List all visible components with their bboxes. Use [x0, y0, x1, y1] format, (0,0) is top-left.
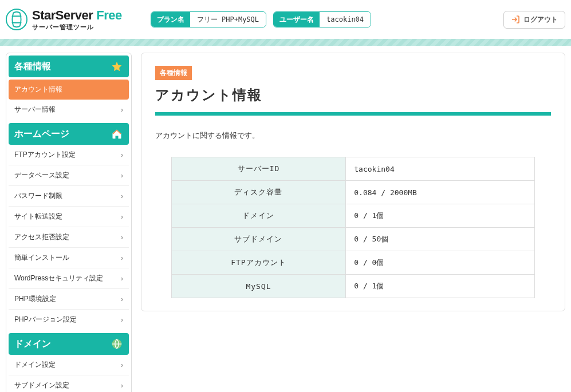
- sidebar-item-label: データベース設定: [14, 171, 69, 180]
- sidebar-section-homepage: ホームページ: [9, 123, 129, 145]
- chevron-right-icon: ›: [121, 172, 123, 180]
- row-value: 0.084 / 2000MB: [346, 181, 535, 204]
- category-badge: 各種情報: [155, 66, 192, 80]
- sidebar-item-label: ドメイン設定: [14, 360, 56, 370]
- table-row: サブドメイン0 / 50個: [171, 228, 535, 251]
- sidebar-item-label: パスワード制限: [14, 191, 62, 201]
- sidebar-item-label: WordPressセキュリティ設定: [14, 274, 103, 283]
- sidebar-item[interactable]: PHPバージョン設定›: [9, 310, 129, 330]
- sidebar-item-label: サーバー情報: [14, 105, 56, 114]
- chevron-right-icon: ›: [121, 382, 123, 390]
- sidebar-section-domain: ドメイン: [9, 333, 129, 355]
- title-underline: [155, 112, 551, 116]
- sidebar-item[interactable]: 簡単インストール›: [9, 248, 129, 268]
- header-pills: プラン名 フリー PHP+MySQL ユーザー名 tacokin04: [151, 11, 371, 27]
- table-row: サーバーIDtacokin04: [171, 157, 535, 181]
- sidebar: 各種情報 アカウント情報›サーバー情報› ホームページ FTPアカウント設定›デ…: [6, 53, 132, 392]
- sidebar-item[interactable]: WordPressセキュリティ設定›: [9, 268, 129, 289]
- row-value: 0 / 1個: [346, 204, 535, 228]
- sidebar-item-label: サブドメイン設定: [14, 381, 69, 390]
- logout-button[interactable]: ログアウト: [503, 11, 565, 29]
- row-key: MySQL: [171, 275, 346, 298]
- sidebar-item[interactable]: パスワード制限›: [9, 186, 129, 207]
- sidebar-item-label: 簡単インストール: [14, 253, 69, 263]
- star-icon: [111, 60, 123, 73]
- sidebar-item-label: FTPアカウント設定: [14, 150, 76, 160]
- chevron-right-icon: ›: [121, 254, 123, 262]
- sidebar-item[interactable]: アクセス拒否設定›: [9, 227, 129, 248]
- plan-value: フリー PHP+MySQL: [190, 12, 266, 27]
- row-key: サブドメイン: [171, 228, 346, 251]
- globe-icon: [111, 338, 123, 350]
- chevron-right-icon: ›: [121, 295, 123, 303]
- user-value: tacokin04: [320, 12, 371, 27]
- logo[interactable]: StarServer Free サーバー管理ツール: [6, 9, 122, 30]
- sidebar-item[interactable]: サブドメイン設定›: [9, 375, 129, 392]
- section-title: ホームページ: [14, 128, 69, 140]
- sidebar-item-label: アカウント情報: [14, 85, 62, 94]
- chevron-right-icon: ›: [121, 106, 123, 114]
- sidebar-item[interactable]: PHP環境設定›: [9, 289, 129, 310]
- chevron-right-icon: ›: [121, 213, 123, 221]
- header-stripe: [0, 39, 571, 46]
- chevron-right-icon: ›: [121, 361, 123, 369]
- brand-suffix: Free: [96, 9, 121, 22]
- page-description: アカウントに関する情報です。: [155, 130, 551, 141]
- plan-pill: プラン名 フリー PHP+MySQL: [151, 11, 266, 27]
- row-key: FTPアカウント: [171, 251, 346, 275]
- row-value: 0 / 50個: [346, 228, 535, 251]
- section-title: 各種情報: [14, 61, 51, 73]
- sidebar-item[interactable]: ドメイン設定›: [9, 355, 129, 375]
- row-value: 0 / 1個: [346, 275, 535, 298]
- chevron-right-icon: ›: [121, 275, 123, 283]
- sidebar-item[interactable]: FTPアカウント設定›: [9, 145, 129, 165]
- row-value: tacokin04: [346, 157, 535, 181]
- table-row: ディスク容量0.084 / 2000MB: [171, 181, 535, 204]
- row-key: ドメイン: [171, 204, 346, 228]
- sidebar-item[interactable]: データベース設定›: [9, 165, 129, 186]
- logout-icon: [511, 15, 520, 24]
- table-row: FTPアカウント0 / 0個: [171, 251, 535, 275]
- row-key: サーバーID: [171, 157, 346, 181]
- header: StarServer Free サーバー管理ツール プラン名 フリー PHP+M…: [0, 0, 571, 39]
- sidebar-item-label: PHP環境設定: [14, 294, 56, 304]
- row-value: 0 / 0個: [346, 251, 535, 275]
- page-title: アカウント情報: [155, 86, 551, 104]
- user-pill: ユーザー名 tacokin04: [273, 11, 371, 27]
- chevron-right-icon: ›: [121, 316, 123, 324]
- account-info-table: サーバーIDtacokin04ディスク容量0.084 / 2000MBドメイン0…: [171, 157, 535, 298]
- sidebar-item-label: アクセス拒否設定: [14, 232, 69, 242]
- brand-name: StarServer: [32, 9, 93, 22]
- brand-subtitle: サーバー管理ツール: [32, 24, 122, 30]
- chevron-right-icon: ›: [121, 151, 123, 159]
- sidebar-item[interactable]: サーバー情報›: [9, 100, 129, 120]
- chevron-right-icon: ›: [121, 233, 123, 241]
- logout-label: ログアウト: [523, 15, 558, 25]
- section-title: ドメイン: [14, 338, 51, 350]
- house-icon: [111, 128, 123, 140]
- chevron-right-icon: ›: [121, 192, 123, 200]
- main-content: 各種情報 アカウント情報 アカウントに関する情報です。 サーバーIDtacoki…: [141, 53, 565, 311]
- user-label: ユーザー名: [274, 12, 320, 27]
- sidebar-section-info: 各種情報: [9, 56, 129, 77]
- table-row: ドメイン0 / 1個: [171, 204, 535, 228]
- sidebar-item-label: サイト転送設定: [14, 212, 62, 221]
- plan-label: プラン名: [151, 12, 190, 27]
- table-row: MySQL0 / 1個: [171, 275, 535, 298]
- sidebar-item-label: PHPバージョン設定: [14, 315, 77, 324]
- sidebar-item[interactable]: アカウント情報›: [9, 80, 129, 100]
- logo-mark-icon: [6, 9, 27, 30]
- row-key: ディスク容量: [171, 181, 346, 204]
- sidebar-item[interactable]: サイト転送設定›: [9, 207, 129, 227]
